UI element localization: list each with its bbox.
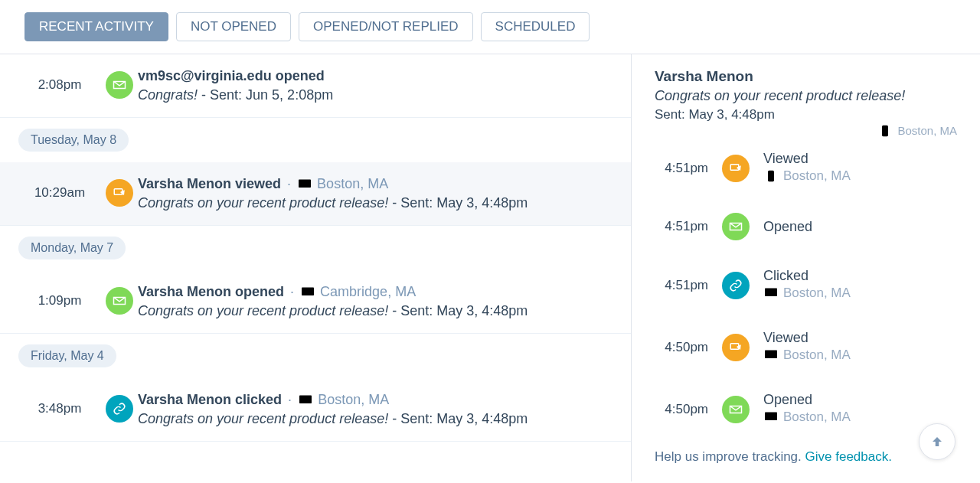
tab-not-opened[interactable]: NOT OPENED xyxy=(176,12,291,41)
event-row[interactable]: 4:50pm Viewed Boston, MA xyxy=(655,316,957,378)
view-icon xyxy=(722,155,750,182)
activity-subject: Congrats! xyxy=(138,87,198,103)
detail-recipient-name: Varsha Menon xyxy=(655,68,957,85)
event-time: 4:51pm xyxy=(655,278,708,293)
desktop-icon xyxy=(763,411,779,423)
view-icon xyxy=(722,334,750,361)
tab-scheduled[interactable]: SCHEDULED xyxy=(481,12,590,41)
desktop-icon xyxy=(297,178,312,191)
activity-sent: - Sent: May 3, 4:48pm xyxy=(392,411,528,426)
activity-icon-wrap xyxy=(101,176,138,207)
detail-events: 4:51pm Viewed Boston, MA 4:51pm Opened 4… xyxy=(655,137,957,440)
activity-subject: Congrats on your recent product release! xyxy=(138,195,388,210)
detail-subject: Congrats on your recent product release! xyxy=(655,88,957,104)
tab-opened-not-replied[interactable]: OPENED/NOT REPLIED xyxy=(299,12,473,41)
activity-time: 3:48pm xyxy=(18,392,101,416)
activity-time: 10:29am xyxy=(18,176,101,201)
activity-content: vm9sc@virginia.edu opened Congrats! - Se… xyxy=(138,68,612,103)
activity-row[interactable]: 3:48pm Varsha Menon clicked ·Boston, MA … xyxy=(0,378,631,442)
detail-sent: Sent: May 3, 4:48pm xyxy=(655,107,957,122)
activity-content: Varsha Menon clicked ·Boston, MA Congrat… xyxy=(138,392,612,427)
filter-tabs: RECENT ACTIVITY NOT OPENED OPENED/NOT RE… xyxy=(0,0,980,54)
separator: · xyxy=(290,284,294,300)
date-pill: Tuesday, May 8 xyxy=(18,129,129,152)
date-header: Tuesday, May 8 xyxy=(0,118,631,162)
event-time: 4:51pm xyxy=(655,161,708,176)
feedback-link[interactable]: Give feedback. xyxy=(805,449,892,464)
activity-title: Varsha Menon viewed xyxy=(138,176,281,192)
activity-content: Varsha Menon opened ·Cambridge, MA Congr… xyxy=(138,284,612,319)
event-action: Opened xyxy=(763,219,957,235)
event-icon-wrap xyxy=(722,334,750,361)
desktop-icon xyxy=(298,394,313,406)
detail-partial-row: Boston, MA xyxy=(655,124,957,137)
date-header: Monday, May 7 xyxy=(0,226,631,270)
activity-row[interactable]: 10:29am Varsha Menon viewed ·Boston, MA … xyxy=(0,162,631,226)
activity-sent: - Sent: Jun 5, 2:08pm xyxy=(201,87,333,103)
feedback-text: Help us improve tracking. xyxy=(655,449,805,464)
activity-subject: Congrats on your recent product release! xyxy=(138,303,388,318)
activity-location: Boston, MA xyxy=(297,176,388,192)
event-icon-wrap xyxy=(722,396,750,423)
mail-icon xyxy=(722,396,750,423)
mail-icon xyxy=(106,71,133,99)
date-header: Friday, May 4 xyxy=(0,334,631,378)
event-row[interactable]: 4:50pm Opened Boston, MA xyxy=(655,378,957,440)
view-icon xyxy=(106,179,133,207)
activity-row[interactable]: 1:09pm Varsha Menon opened ·Cambridge, M… xyxy=(0,270,631,334)
mail-icon xyxy=(106,287,133,315)
separator: · xyxy=(287,176,291,192)
event-action: Opened xyxy=(763,392,957,408)
event-icon-wrap xyxy=(722,213,750,240)
event-icon-wrap xyxy=(722,272,750,299)
event-action: Viewed xyxy=(763,151,957,167)
scroll-to-top-button[interactable] xyxy=(919,423,956,460)
mobile-icon xyxy=(763,170,779,182)
activity-icon-wrap xyxy=(101,68,138,99)
activity-time: 2:08pm xyxy=(18,68,101,93)
desktop-icon xyxy=(300,286,315,299)
separator: · xyxy=(288,392,292,408)
desktop-icon xyxy=(763,287,779,299)
activity-content: Varsha Menon viewed ·Boston, MA Congrats… xyxy=(138,176,612,211)
event-location: Boston, MA xyxy=(763,348,851,363)
activity-feed: 2:08pm vm9sc@virginia.edu opened Congrat… xyxy=(0,54,632,481)
activity-title: Varsha Menon clicked xyxy=(138,392,282,408)
detail-partial-location: Boston, MA xyxy=(897,124,957,137)
event-row[interactable]: 4:51pm Viewed Boston, MA xyxy=(655,137,957,199)
detail-panel: Varsha Menon Congrats on your recent pro… xyxy=(632,54,980,481)
feedback-prompt: Help us improve tracking. Give feedback. xyxy=(655,449,957,465)
activity-time: 1:09pm xyxy=(18,284,101,308)
event-location: Boston, MA xyxy=(763,410,851,425)
event-row[interactable]: 4:51pm Opened xyxy=(655,199,957,254)
activity-title: Varsha Menon opened xyxy=(138,284,284,300)
event-location: Boston, MA xyxy=(763,286,851,301)
activity-title: vm9sc@virginia.edu opened xyxy=(138,68,325,84)
event-row[interactable]: 4:51pm Clicked Boston, MA xyxy=(655,254,957,316)
event-icon-wrap xyxy=(722,155,750,182)
activity-row[interactable]: 2:08pm vm9sc@virginia.edu opened Congrat… xyxy=(0,54,631,118)
event-time: 4:50pm xyxy=(655,340,708,355)
date-pill: Monday, May 7 xyxy=(18,237,126,259)
tab-recent-activity[interactable]: RECENT ACTIVITY xyxy=(24,12,168,41)
activity-sent: - Sent: May 3, 4:48pm xyxy=(392,195,528,210)
event-action: Viewed xyxy=(763,330,957,346)
activity-location: Boston, MA xyxy=(298,392,389,408)
activity-subject: Congrats on your recent product release! xyxy=(138,411,388,426)
mail-icon xyxy=(722,213,750,240)
link-icon xyxy=(722,272,750,299)
event-time: 4:50pm xyxy=(655,402,708,417)
event-action: Clicked xyxy=(763,268,957,284)
activity-location: Cambridge, MA xyxy=(300,284,416,300)
event-time: 4:51pm xyxy=(655,219,708,234)
activity-icon-wrap xyxy=(101,284,138,315)
desktop-icon xyxy=(763,349,779,361)
link-icon xyxy=(106,395,133,423)
arrow-up-icon xyxy=(930,435,944,449)
event-location: Boston, MA xyxy=(763,168,851,184)
activity-sent: - Sent: May 3, 4:48pm xyxy=(392,303,528,318)
activity-icon-wrap xyxy=(101,392,138,423)
date-pill: Friday, May 4 xyxy=(18,344,116,367)
mobile-icon xyxy=(877,125,893,137)
